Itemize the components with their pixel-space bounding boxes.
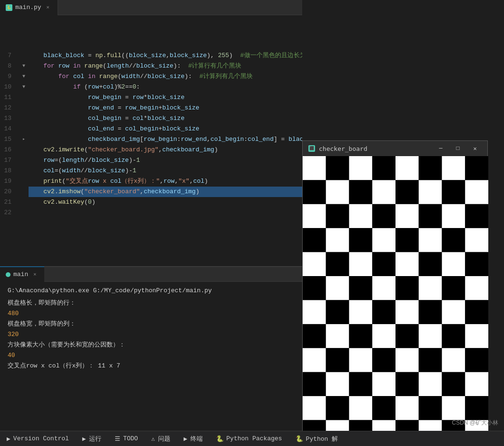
console-area: main × G:\Anaconda\python.exe G:/MY_code… [0,267,302,446]
code-line-7: 7 black_block = np.full((block_size,bloc… [0,50,302,61]
code-line-21: 21 cv2.waitKey(0) [0,197,302,208]
status-icon-4: ▶ [184,435,188,443]
status-label-0: Version Control [13,435,69,442]
line-number: 8 [0,61,19,71]
line-number: 13 [0,113,19,124]
code-text: if (row+col)%2==0: [29,82,302,92]
line-number: 19 [0,176,19,187]
line-number: 15 [0,134,19,145]
checker-board-window: ⬛ checker_board — □ ✕ [302,140,488,444]
code-line-13: 13 col_begin = col*block_size [0,113,302,124]
console-tab-main[interactable]: main × [0,267,44,282]
console-output-line: 480 [8,308,295,319]
console-output-line: 方块像素大小（需要为长和宽的公因数）： [8,340,295,350]
gutter-indicator [19,103,29,113]
code-text: cv2.imshow("checker_board",checkboard_im… [29,187,302,197]
line-number: 11 [0,92,19,103]
console-output: G:\Anaconda\python.exe G:/MY_code/python… [0,282,302,446]
status-icon-3: ⚠ [151,435,155,443]
console-tab-bar: main × [0,267,302,282]
checker-window-title: checker_board [319,145,430,152]
status-item-1[interactable]: ▶运行 [76,431,108,446]
code-text: checkboard_img[row_begin:row_end,col_beg… [29,134,302,145]
checkerboard-image [303,156,488,444]
code-line-8: 8▼ for row in range(length//block_size):… [0,61,302,71]
maximize-button[interactable]: □ [451,144,464,153]
console-output-line: 棋盘格长，即矩阵的行： [8,298,295,308]
console-tab-label: main [13,271,28,278]
code-text: print("交叉点row x col（行x列）：",row,"x",col) [29,176,302,187]
gutter-indicator[interactable]: ▼ [19,61,29,71]
code-text: cv2.waitKey(0) [29,197,302,208]
code-text: for row in range(length//block_size): #计… [29,61,302,71]
console-output-line: 320 [8,329,295,340]
status-icon-2: ☰ [115,435,120,443]
code-line-16: 16 cv2.imwrite("checker_board.jpg",check… [0,145,302,155]
code-text: row_begin = row*block_size [29,92,302,103]
main-py-tab[interactable]: 🐍 main.py × [0,0,58,15]
console-output-line: 交叉点row x col（行x列）： 11 x 7 [8,361,295,371]
status-label-3: 问题 [158,435,170,443]
line-number: 14 [0,124,19,134]
gutter-indicator [19,50,29,61]
tab-filename: main.py [15,4,41,11]
code-text: row=(length//block_size)-1 [29,155,302,166]
status-item-4[interactable]: ▶终端 [177,431,209,446]
code-text [29,208,302,218]
line-number: 10 [0,82,19,92]
status-item-5[interactable]: 🐍Python Packages [209,431,289,446]
code-line-20: 20 cv2.imshow("checker_board",checkboard… [0,187,302,197]
tab-bar: 🐍 main.py × [0,0,302,15]
minimize-button[interactable]: — [434,144,447,153]
gutter-indicator [19,197,29,208]
gutter-indicator [19,145,29,155]
status-icon-6: 🐍 [296,435,303,443]
code-line-22: 22 [0,208,302,218]
line-number: 9 [0,71,19,82]
line-number: 21 [0,197,19,208]
status-label-1: 运行 [89,435,101,443]
code-line-15: 15▸ checkboard_img[row_begin:row_end,col… [0,134,302,145]
console-cmd-line: G:\Anaconda\python.exe G:/MY_code/python… [8,286,295,296]
gutter-indicator[interactable]: ▼ [19,71,29,82]
line-number: 16 [0,145,19,155]
code-text: for col in range(width//block_size): #计算… [29,71,302,82]
gutter-indicator [19,155,29,166]
code-line-9: 9▼ for col in range(width//block_size): … [0,71,302,82]
status-item-3[interactable]: ⚠问题 [145,431,177,446]
line-number: 20 [0,187,19,197]
gutter-indicator[interactable]: ▸ [19,134,29,145]
code-line-18: 18 col=(width//block_size)-1 [0,166,302,176]
gutter-indicator [19,92,29,103]
console-tab-close[interactable]: × [31,271,39,278]
status-label-5: Python Packages [227,435,282,442]
status-item-0[interactable]: ▶Version Control [0,431,76,446]
status-icon-5: 🐍 [216,435,224,443]
code-line-12: 12 row_end = row_begin+block_size [0,103,302,113]
status-icon-0: ▶ [7,435,10,443]
console-output-line: 棋盘格宽，即矩阵的列： [8,319,295,329]
code-text: cv2.imwrite("checker_board.jpg",checkboa… [29,145,302,155]
close-button[interactable]: ✕ [468,144,482,153]
line-number: 22 [0,208,19,218]
status-item-2[interactable]: ☰TODO [108,431,145,446]
line-number: 18 [0,166,19,176]
code-area: 7 black_block = np.full((block_size,bloc… [0,15,302,266]
code-content: 7 black_block = np.full((block_size,bloc… [0,15,302,266]
gutter-indicator [19,187,29,197]
gutter-indicator[interactable]: ▼ [19,82,29,92]
line-number: 7 [0,50,19,61]
console-output-line: 40 [8,350,295,361]
code-text: col_end = col_begin+block_size [29,124,302,134]
code-text: black_block = np.full((block_size,block_… [29,50,302,61]
checker-window-icon: ⬛ [308,145,315,152]
gutter-indicator [19,208,29,218]
status-item-6[interactable]: 🐍Python 解 [289,431,345,446]
code-line-11: 11 row_begin = row*block_size [0,92,302,103]
checker-titlebar: ⬛ checker_board — □ ✕ [303,141,487,156]
code-line-19: 19 print("交叉点row x col（行x列）：",row,"x",co… [0,176,302,187]
code-text: row_end = row_begin+block_size [29,103,302,113]
tab-close-button[interactable]: × [44,4,52,11]
code-line-14: 14 col_end = col_begin+block_size [0,124,302,134]
code-line-17: 17 row=(length//block_size)-1 [0,155,302,166]
